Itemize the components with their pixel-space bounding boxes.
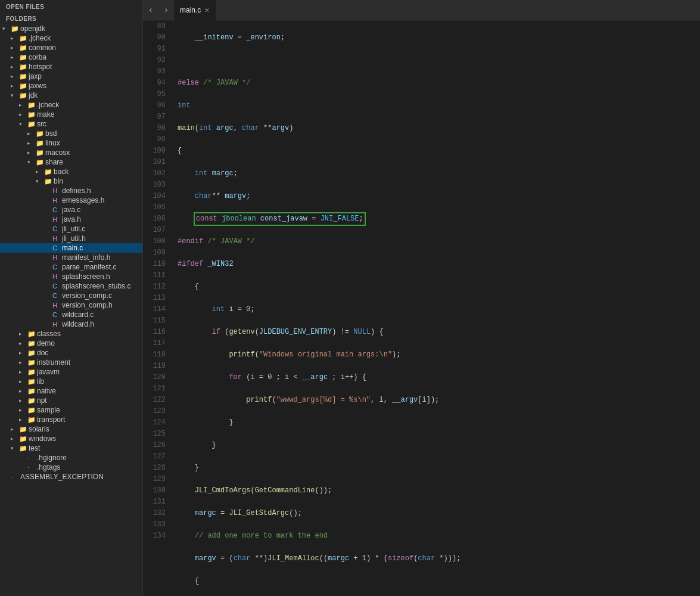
tree-item-jli-util-h[interactable]: H jli_util.h xyxy=(0,234,142,243)
tree-item-hgignore[interactable]: · .hgignore xyxy=(0,453,142,462)
chevron-right-icon: ▸ xyxy=(19,398,27,403)
tab-main-c[interactable]: main.c × xyxy=(174,0,216,21)
tree-item-back[interactable]: ▸ 📁 back xyxy=(0,167,142,176)
tree-item-instrument[interactable]: ▸ 📁 instrument xyxy=(0,358,142,367)
tree-item-lib[interactable]: ▸ 📁 lib xyxy=(0,377,142,386)
tab-close-button[interactable]: × xyxy=(204,6,209,14)
tree-item-manifest-info-h[interactable]: H manifest_info.h xyxy=(0,253,142,262)
tree-item-share[interactable]: ▾ 📁 share xyxy=(0,157,142,167)
folder-icon: 📁 xyxy=(27,111,37,119)
tree-item-openjdk[interactable]: ▾ 📁 openjdk xyxy=(0,24,142,33)
file-icon: C xyxy=(52,244,62,252)
tree-item-make[interactable]: ▸ 📁 make xyxy=(0,110,142,119)
tree-item-splashscreen-stubs-c[interactable]: C splashscreen_stubs.c xyxy=(0,281,142,291)
folder-icon: 📁 xyxy=(19,54,29,61)
tree-item-jcheck[interactable]: ▸ 📁 .jcheck xyxy=(0,33,142,43)
file-icon: · xyxy=(27,454,37,461)
tab-nav-left[interactable]: ‹ xyxy=(143,0,158,21)
file-icon: H xyxy=(52,254,62,261)
tree-item-splashscreen-h[interactable]: H splashscreen.h xyxy=(0,272,142,281)
tree-item-jdk[interactable]: ▾ 📁 jdk xyxy=(0,91,142,100)
chevron-right-icon: ▸ xyxy=(19,331,27,337)
tree-item-hotspot[interactable]: ▸ 📁 hotspot xyxy=(0,62,142,72)
tree-item-parse-manifest-c[interactable]: C parse_manifest.c xyxy=(0,262,142,272)
tree-item-common[interactable]: ▸ 📁 common xyxy=(0,43,142,52)
tree-item-linux[interactable]: ▸ 📁 linux xyxy=(0,138,142,148)
code-line-89: __initenv = _environ; xyxy=(178,32,700,44)
tab-nav-right[interactable]: › xyxy=(158,0,174,21)
tree-item-solaris[interactable]: ▸ 📁 solaris xyxy=(0,424,142,434)
chevron-right-icon: ▸ xyxy=(19,407,27,413)
tree-item-windows[interactable]: ▸ 📁 windows xyxy=(0,434,142,443)
code-line-107: } xyxy=(178,440,700,451)
folder-icon: 📁 xyxy=(36,159,45,166)
chevron-right-icon: ▸ xyxy=(19,369,27,375)
tree-item-java-c[interactable]: C java.c xyxy=(0,205,142,215)
code-line-97: const jboolean const_javaw = JNI_FALSE; xyxy=(178,213,700,225)
tree-item-test[interactable]: ▾ 📁 test xyxy=(0,443,142,453)
tree-item-bsd[interactable]: ▸ 📁 bsd xyxy=(0,129,142,138)
tree-item-jaxp[interactable]: ▸ 📁 jaxp xyxy=(0,72,142,81)
tree-item-version-comp-h[interactable]: H version_comp.h xyxy=(0,300,142,310)
folder-icon: 📁 xyxy=(19,82,29,90)
folder-icon: 📁 xyxy=(19,426,29,433)
folder-icon: 📁 xyxy=(19,73,29,80)
tree-item-src[interactable]: ▾ 📁 src xyxy=(0,119,142,129)
chevron-right-icon: ▸ xyxy=(19,378,27,384)
chevron-right-icon: ▸ xyxy=(11,426,19,432)
tree-item-javavm[interactable]: ▸ 📁 javavm xyxy=(0,367,142,377)
tree-item-wildcard-h[interactable]: H wildcard.h xyxy=(0,319,142,329)
chevron-right-icon: ▸ xyxy=(11,436,19,442)
chevron-right-icon: ▸ xyxy=(19,102,27,108)
tree-item-assembly-exception[interactable]: · ASSEMBLY_EXCEPTION xyxy=(0,472,142,482)
folder-icon: 📁 xyxy=(27,368,37,376)
chevron-down-icon: ▾ xyxy=(11,445,19,451)
tree-item-classes[interactable]: ▸ 📁 classes xyxy=(0,329,142,339)
folder-icon: 📁 xyxy=(19,35,29,42)
tree-item-doc[interactable]: ▸ 📁 doc xyxy=(0,348,142,358)
tree-item-corba[interactable]: ▸ 📁 corba xyxy=(0,52,142,62)
folder-icon: 📁 xyxy=(27,330,37,338)
code-editor[interactable]: __initenv = _environ; #else /* JAVAW */ … xyxy=(173,21,700,596)
folder-icon: 📁 xyxy=(27,359,37,367)
tree-item-jli-util-c[interactable]: C jli_util.c xyxy=(0,224,142,234)
tree-item-macosx[interactable]: ▸ 📁 macosx xyxy=(0,148,142,157)
tree-item-wildcard-c[interactable]: C wildcard.c xyxy=(0,310,142,319)
tree-item-native[interactable]: ▸ 📁 native xyxy=(0,386,142,396)
tree-item-java-h[interactable]: H java.h xyxy=(0,215,142,224)
tree-item-bin[interactable]: ▾ 📁 bin xyxy=(0,176,142,186)
tree-item-defines-h[interactable]: H defines.h xyxy=(0,186,142,195)
folder-icon: 📁 xyxy=(27,349,37,357)
tree-item-version-comp-c[interactable]: C version_comp.c xyxy=(0,291,142,300)
tree-item-jdk-jcheck[interactable]: ▸ 📁 .jcheck xyxy=(0,100,142,110)
chevron-down-icon: ▾ xyxy=(11,92,19,98)
code-container[interactable]: 89 90 91 92 93 94 95 96 97 98 99 100 101… xyxy=(143,21,700,596)
file-icon: H xyxy=(52,321,62,328)
tree-item-npt[interactable]: ▸ 📁 npt xyxy=(0,396,142,405)
chevron-right-icon: ▸ xyxy=(19,111,27,117)
tree-item-demo[interactable]: ▸ 📁 demo xyxy=(0,339,142,348)
folder-icon: 📁 xyxy=(19,44,29,52)
chevron-right-icon: ▸ xyxy=(11,64,19,70)
tree-item-jaxws[interactable]: ▸ 📁 jaxws xyxy=(0,81,142,91)
code-line-104: for (i = 0 ; i < __argc ; i++) { xyxy=(178,372,700,383)
file-icon: C xyxy=(52,225,62,232)
folder-icon: 📁 xyxy=(36,130,45,138)
folder-icon: 📁 xyxy=(27,340,37,347)
code-line-94: { xyxy=(178,145,700,157)
chevron-right-icon: ▸ xyxy=(27,150,36,156)
code-line-90 xyxy=(178,55,700,66)
tree-item-emessages-h[interactable]: H emessages.h xyxy=(0,195,142,205)
chevron-right-icon: ▸ xyxy=(19,388,27,394)
tree-item-hgtags[interactable]: · .hgtags xyxy=(0,462,142,472)
code-line-105: printf("wwwd_args[%d] = %s\n", i, __argv… xyxy=(178,395,700,406)
code-line-102: if (getenv(JLDEBUG_ENV_ENTRY) != NULL) { xyxy=(178,327,700,338)
chevron-right-icon: ▸ xyxy=(11,54,19,60)
folder-icon: 📁 xyxy=(36,149,45,157)
chevron-down-icon: ▾ xyxy=(19,121,27,127)
folder-icon: 📁 xyxy=(27,120,37,128)
tree-item-sample[interactable]: ▸ 📁 sample xyxy=(0,405,142,415)
folder-icon: 📁 xyxy=(27,397,37,405)
tree-item-main-c[interactable]: C main.c xyxy=(0,243,142,253)
tree-item-transport[interactable]: ▸ 📁 transport xyxy=(0,415,142,424)
